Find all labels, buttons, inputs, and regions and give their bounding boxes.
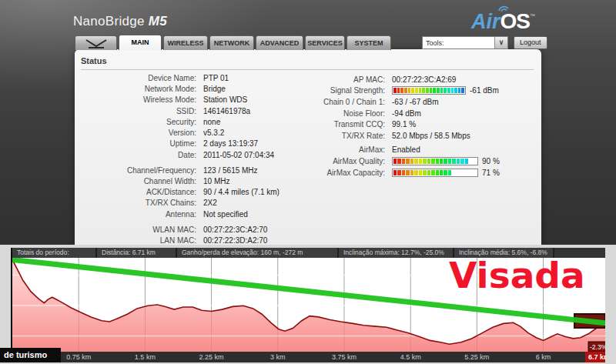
field-value: 00:27:22:3C:A2:69 (392, 75, 456, 84)
status-row: TX/RX Chains:2X2 (81, 198, 280, 209)
field-label: TX/RX Rate: (312, 132, 385, 140)
field-value: -61 dBm (470, 86, 499, 95)
totals-max-slope: Inclinação máxima: 12.7%, -25.0% (339, 248, 453, 258)
trademark-symbol: ™ (530, 13, 535, 18)
status-row: ACK/Distance:90 / 4.4 miles (7.1 km) (81, 186, 280, 197)
field-value: 2011-05-02 07:04:34 (203, 151, 274, 159)
status-row: Wireless Mode:Station WDS (81, 95, 280, 105)
status-row: Signal Strength:-61 dBm (312, 85, 500, 97)
x-cursor-label: 6.7 km (585, 352, 605, 362)
status-divider (81, 69, 534, 70)
status-row: Chain 0 / Chain 1:-63 / -67 dBm (312, 96, 500, 108)
field-label: Security: (81, 118, 196, 126)
field-label: Network Mode: (81, 85, 196, 93)
field-value: 52.0 Mbps / 58.5 Mbps (392, 132, 470, 140)
status-row: TX/RX Rate:52.0 Mbps / 58.5 Mbps (312, 130, 500, 142)
status-row: Antenna:Not specified (81, 209, 280, 219)
field-label: Date: (81, 151, 196, 159)
field-label: Transmit CCQ: (312, 120, 385, 129)
screen: NanoBridgeM5 AirOS™ MAINWIRELESSNETWORKA… (0, 0, 616, 364)
status-row: Date:2011-05-02 07:04:34 (81, 149, 280, 160)
field-label: Version: (81, 129, 196, 137)
field-label: Wireless Mode: (81, 95, 196, 104)
status-row: Transmit CCQ:99.1 % (312, 119, 500, 130)
field-label: AirMax: (312, 145, 385, 154)
tab-wireless[interactable]: WIRELESS (163, 35, 208, 50)
status-row: Noise Floor:-94 dBm (312, 108, 500, 119)
x-tick-label: 1.5 km (135, 352, 156, 362)
tab-network[interactable]: NETWORK (209, 35, 254, 50)
elevation-chart-x-axis: 0.75 km1.5 km2.25 km3 km3.75 km4.5 km5.2… (11, 352, 605, 362)
field-label: Antenna: (81, 210, 196, 219)
totals-distance: Distância: 6.71 km (97, 248, 176, 258)
field-label: TX/RX Chains: (81, 199, 196, 207)
tools-select-value: Tools: (423, 39, 444, 47)
tools-select[interactable]: Tools: ∨ (422, 36, 508, 49)
place-tooltip-label: de turismo (0, 348, 61, 362)
elevation-profile-overlay: Totais do período: Distância: 6.71 km Ga… (0, 245, 616, 364)
x-tick-label: 3 km (270, 352, 286, 362)
tab-main[interactable]: MAIN (119, 35, 162, 50)
status-row: AirMax:Enabled (312, 145, 500, 156)
status-left-column: Device Name:PTP 01Network Mode:BridgeWir… (81, 72, 280, 245)
status-row: AirMax Quality:90 % (312, 155, 500, 167)
field-value: -63 / -67 dBm (392, 98, 439, 106)
status-right-column: AP MAC:00:27:22:3C:A2:69Signal Strength:… (312, 74, 500, 178)
status-row: AirMax Capacity:71 % (312, 167, 500, 179)
field-label: LAN MAC: (81, 236, 196, 245)
status-row: Security:none (81, 116, 280, 127)
field-label: WLAN MAC: (81, 225, 196, 234)
airos-logo: AirOS™ (471, 5, 535, 36)
status-row: SSID:1461461978a (81, 105, 280, 116)
tab-services[interactable]: SERVICES (305, 35, 345, 50)
status-row: WLAN MAC:00:27:22:3C:A2:70 (81, 224, 280, 235)
level-meter (392, 86, 466, 95)
status-row: Uptime:2 days 13:19:37 (81, 139, 280, 149)
logout-button[interactable]: Logout (514, 36, 547, 49)
x-tick-label: 4.5 km (400, 352, 421, 362)
level-meter (392, 157, 478, 165)
field-label: ACK/Distance: (81, 188, 196, 196)
x-tick-label: 3.75 km (332, 352, 357, 362)
airos-logo-os: OS (500, 9, 530, 33)
dropdown-arrow-icon[interactable]: ∨ (494, 37, 507, 48)
status-panel: Status Device Name:PTP 01Network Mode:Br… (75, 49, 541, 245)
field-value: 10 MHz (203, 177, 229, 185)
airos-logo-air: Air (471, 10, 500, 33)
device-logo-name: NanoBridge (73, 14, 145, 28)
field-label: AirMax Quality: (312, 157, 385, 165)
field-label: AirMax Capacity: (312, 169, 385, 177)
x-tick-label: 0.75 km (66, 352, 91, 362)
tab-system[interactable]: SYSTEM (346, 35, 391, 50)
status-row: Channel Width:10 MHz (81, 175, 280, 186)
x-tick-label: 2.25 km (199, 352, 224, 362)
tab-advanced[interactable]: ADVANCED (256, 35, 303, 50)
level-meter (392, 169, 478, 177)
field-value: Enabled (392, 145, 420, 154)
field-label: Signal Strength: (312, 86, 385, 95)
visada-annotation: Visada (449, 254, 585, 296)
status-row: Channel/Frequency:123 / 5615 MHz (81, 165, 280, 175)
field-value: 00:27:22:3C:A2:70 (203, 225, 267, 234)
field-value: Bridge (203, 85, 226, 93)
field-value: 90 / 4.4 miles (7.1 km) (203, 188, 280, 196)
x-tick-label: 5.25 km (464, 352, 489, 362)
field-value: 99.1 % (392, 120, 416, 129)
field-value: -94 dBm (392, 109, 421, 118)
status-row: AP MAC:00:27:22:3C:A2:69 (312, 74, 500, 85)
field-value: 90 % (482, 157, 500, 165)
field-label: SSID: (81, 107, 196, 115)
field-label: Noise Floor: (312, 109, 385, 118)
field-value: v5.3.2 (203, 129, 224, 137)
field-label: Chain 0 / Chain 1: (312, 98, 385, 106)
field-value: none (203, 118, 220, 126)
status-section-title: Status (81, 56, 107, 65)
field-label: Device Name: (81, 74, 196, 82)
tools-row: Tools: ∨ Logout (422, 36, 547, 49)
totals-elevation-gain-loss: Ganho/perda de elevação: 160 m, -272 m (177, 248, 337, 258)
status-row: Version:v5.3.2 (81, 127, 280, 138)
airos-wifi-arcs-icon (497, 4, 510, 12)
field-value: Not specified (203, 210, 248, 219)
field-value: 123 / 5615 MHz (203, 166, 258, 175)
ubiquiti-antenna-tab[interactable] (75, 35, 117, 50)
